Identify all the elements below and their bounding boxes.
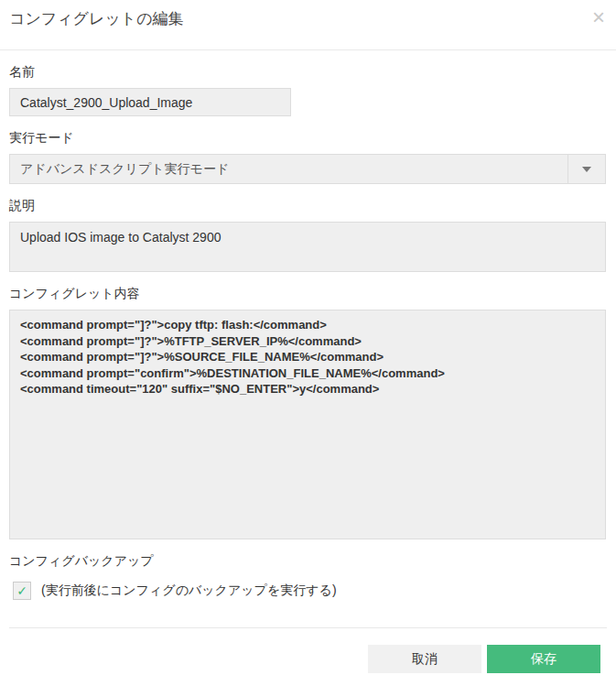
content-label: コンフィグレット内容 — [9, 286, 607, 302]
cancel-button[interactable]: 取消 — [368, 645, 481, 673]
dialog-body: 名前 実行モード アドバンスドスクリプト実行モード 説明 Upload IOS … — [0, 64, 616, 600]
name-input[interactable] — [9, 88, 291, 116]
exec-mode-dropdown[interactable]: アドバンスドスクリプト実行モード — [9, 154, 606, 184]
dialog-title: コンフィグレットの編集 — [9, 8, 184, 29]
exec-mode-label: 実行モード — [9, 130, 607, 147]
footer-divider — [9, 627, 607, 628]
dialog-header: コンフィグレットの編集 × — [0, 0, 616, 50]
name-label: 名前 — [9, 64, 607, 81]
config-backup-checkbox-label: (実行前後にコンフィグのバックアップを実行する) — [41, 583, 337, 599]
exec-mode-selected-value: アドバンスドスクリプト実行モード — [10, 155, 567, 183]
configlet-content-textarea[interactable]: <command prompt="]?">copy tftp: flash:</… — [9, 310, 606, 539]
config-backup-checkbox[interactable]: ✓ — [13, 582, 31, 600]
description-textarea[interactable]: Upload IOS image to Catalyst 2900 — [9, 222, 606, 272]
dropdown-arrow-box[interactable] — [567, 155, 605, 183]
close-icon[interactable]: × — [592, 8, 605, 27]
config-backup-row: ✓ (実行前後にコンフィグのバックアップを実行する) — [13, 582, 607, 600]
description-label: 説明 — [9, 198, 607, 214]
chevron-down-icon — [582, 167, 591, 172]
footer-buttons: 取消 保存 — [368, 645, 600, 673]
config-backup-label: コンフィグバックアップ — [9, 553, 607, 570]
checkmark-icon: ✓ — [16, 584, 27, 597]
save-button[interactable]: 保存 — [487, 645, 600, 673]
